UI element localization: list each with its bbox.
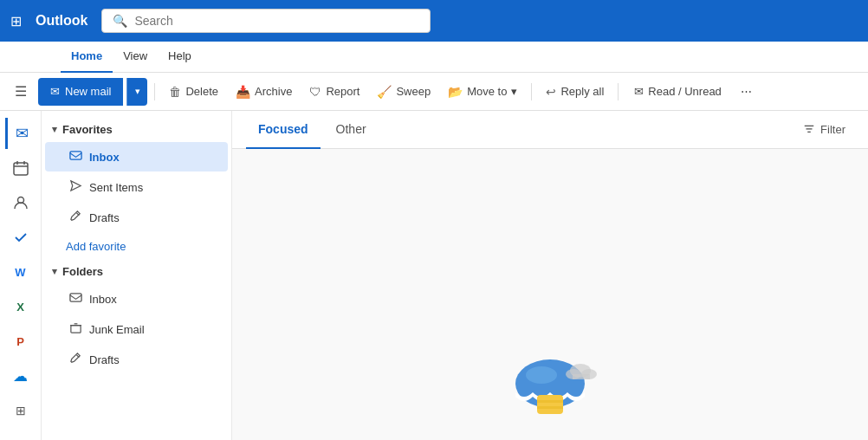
- add-favorite-link[interactable]: Add favorite: [42, 233, 231, 260]
- tabs-bar: Focused Other Filter: [232, 111, 868, 149]
- search-icon: 🔍: [113, 14, 127, 28]
- toolbar-separator-1: [154, 83, 155, 100]
- folder-drafts-icon: [69, 352, 82, 367]
- left-nav: ✉ W X P ☁ ⊞: [0, 111, 42, 440]
- reply-all-label: Reply all: [560, 85, 604, 98]
- menu-item-help[interactable]: Help: [158, 42, 202, 73]
- sweep-label: Sweep: [396, 85, 431, 98]
- svg-rect-9: [71, 326, 81, 333]
- search-input[interactable]: [134, 14, 419, 28]
- toolbar: ☰ ✉ New mail ▾ 🗑 Delete 📥 Archive 🛡 Repo…: [0, 73, 868, 111]
- junk-email-label: Junk Email: [89, 323, 145, 336]
- hamburger-button[interactable]: ☰: [7, 78, 35, 106]
- sidebar-item-junk[interactable]: Junk Email: [45, 314, 228, 344]
- folder-inbox-icon: [69, 291, 82, 307]
- main-layout: ✉ W X P ☁ ⊞ ▾: [0, 111, 868, 440]
- delete-button[interactable]: 🗑 Delete: [162, 78, 225, 106]
- drafts-icon: [69, 210, 82, 225]
- tab-focused[interactable]: Focused: [246, 111, 321, 149]
- favorites-chevron-icon: ▾: [52, 124, 57, 135]
- sweep-button[interactable]: 🧹 Sweep: [370, 78, 437, 106]
- inbox-folder-label: Inbox: [89, 293, 117, 306]
- sidebar-item-drafts-folder[interactable]: Drafts: [45, 345, 228, 374]
- sidebar-item-sent[interactable]: Sent Items: [45, 172, 228, 202]
- sidebar-item-inbox-favorite[interactable]: Inbox: [45, 142, 228, 171]
- read-unread-button[interactable]: ✉ Read / Unread: [625, 78, 730, 106]
- empty-inbox-illustration: [498, 345, 602, 440]
- folders-chevron-icon: ▾: [52, 266, 57, 277]
- move-to-label: Move to: [467, 85, 507, 98]
- delete-label: Delete: [185, 85, 218, 98]
- app-title: Outlook: [36, 13, 87, 29]
- top-bar: ⊞ Outlook 🔍: [0, 0, 868, 42]
- junk-icon: [69, 321, 82, 337]
- nav-calendar-icon[interactable]: [5, 152, 36, 184]
- more-options-button[interactable]: ⋯: [734, 78, 759, 106]
- add-favorite-label: Add favorite: [66, 240, 126, 253]
- svg-rect-18: [537, 395, 563, 414]
- folders-section-header[interactable]: ▾ Folders: [42, 260, 231, 283]
- app-grid-icon[interactable]: ⊞: [10, 13, 22, 29]
- mail-compose-icon: ✉: [50, 85, 60, 98]
- move-chevron-icon: ▾: [511, 85, 517, 98]
- chevron-down-icon: ▾: [135, 86, 140, 97]
- svg-rect-19: [537, 400, 563, 403]
- report-button[interactable]: 🛡 Report: [302, 78, 366, 106]
- read-unread-label: Read / Unread: [648, 85, 722, 98]
- more-icon: ⋯: [741, 85, 752, 98]
- svg-rect-8: [70, 294, 81, 301]
- read-unread-icon: ✉: [634, 85, 644, 98]
- tab-other[interactable]: Other: [324, 111, 379, 149]
- sidebar-item-drafts-favorite[interactable]: Drafts: [45, 203, 228, 232]
- inbox-icon: [69, 149, 82, 165]
- toolbar-separator-2: [531, 83, 532, 100]
- sent-items-label: Sent Items: [89, 181, 143, 194]
- menu-item-view[interactable]: View: [113, 42, 158, 73]
- nav-apps-icon[interactable]: ⊞: [5, 395, 36, 426]
- filter-label: Filter: [820, 123, 845, 136]
- folders-label: Folders: [62, 265, 103, 278]
- nav-tasks-icon[interactable]: [5, 222, 36, 253]
- nav-mail-icon[interactable]: ✉: [5, 118, 36, 149]
- archive-label: Archive: [255, 85, 292, 98]
- menu-bar: Home View Help: [0, 42, 868, 73]
- content-area: Focused Other Filter: [232, 111, 868, 440]
- svg-rect-24: [573, 374, 590, 379]
- nav-onedrive-icon[interactable]: ☁: [5, 360, 36, 391]
- archive-button[interactable]: 📥 Archive: [229, 78, 299, 106]
- move-to-button[interactable]: 📂 Move to ▾: [441, 78, 524, 106]
- filter-button[interactable]: Filter: [794, 119, 854, 140]
- nav-people-icon[interactable]: [5, 187, 36, 218]
- menu-item-home[interactable]: Home: [61, 42, 113, 73]
- delete-icon: 🗑: [169, 85, 181, 99]
- nav-powerpoint-icon[interactable]: P: [5, 326, 36, 357]
- report-icon: 🛡: [309, 85, 321, 99]
- archive-icon: 📥: [236, 85, 250, 99]
- search-box: 🔍: [101, 9, 431, 33]
- reply-all-icon: ↩: [546, 85, 556, 99]
- svg-point-17: [526, 366, 557, 384]
- sidebar: ▾ Favorites Inbox Sent Items: [42, 111, 232, 440]
- sweep-icon: 🧹: [377, 85, 392, 99]
- nav-word-icon[interactable]: W: [5, 256, 36, 288]
- move-icon: 📂: [448, 85, 463, 99]
- svg-marker-6: [71, 181, 81, 191]
- hamburger-icon: ☰: [15, 83, 27, 100]
- sidebar-item-inbox-folder[interactable]: Inbox: [45, 284, 228, 314]
- drafts-favorite-label: Drafts: [89, 211, 120, 224]
- svg-rect-5: [70, 152, 81, 159]
- nav-excel-icon[interactable]: X: [5, 291, 36, 322]
- report-label: Report: [326, 85, 360, 98]
- favorites-section-header[interactable]: ▾ Favorites: [42, 118, 231, 141]
- filter-icon: [803, 122, 815, 137]
- new-mail-dropdown-button[interactable]: ▾: [126, 78, 147, 106]
- favorites-label: Favorites: [62, 123, 113, 136]
- reply-all-button[interactable]: ↩ Reply all: [539, 78, 611, 106]
- inbox-favorite-label: Inbox: [89, 151, 120, 164]
- svg-rect-0: [14, 163, 28, 175]
- new-mail-button[interactable]: ✉ New mail: [38, 78, 123, 106]
- toolbar-separator-3: [618, 83, 619, 100]
- sent-icon: [69, 179, 82, 195]
- new-mail-label: New mail: [65, 85, 111, 98]
- email-list: [232, 149, 868, 440]
